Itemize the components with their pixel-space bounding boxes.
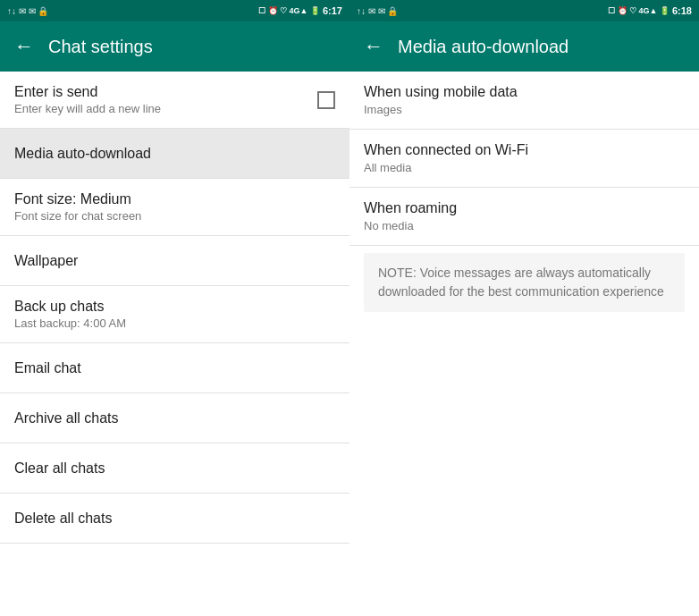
- note-text: NOTE: Voice messages are always automati…: [378, 264, 670, 301]
- left-status-icons: ↑↓ ✉ ✉ 🔒: [7, 6, 48, 16]
- mobile-data-subtitle: Images: [364, 103, 685, 116]
- right-signal-icon: ☐ ⏰ ♡ 4G▲ 🔋: [608, 6, 670, 15]
- font-size-subtitle: Font size for chat screen: [14, 209, 141, 223]
- roaming-title: When roaming: [364, 200, 685, 216]
- clear-all-chats-item[interactable]: Clear all chats: [0, 443, 350, 494]
- left-signal-icon: ☐ ⏰ ♡ 4G▲ 🔋: [258, 6, 320, 15]
- archive-all-chats-title: Archive all chats: [14, 410, 119, 426]
- left-status-left-icons: ↑↓ ✉ ✉ 🔒: [7, 6, 48, 16]
- right-status-icons: ↑↓ ✉ ✉ 🔒: [357, 6, 398, 16]
- left-toolbar: ← Chat settings: [0, 21, 350, 72]
- email-chat-text: Email chat: [14, 360, 81, 376]
- left-back-button[interactable]: ←: [14, 35, 34, 58]
- wallpaper-title: Wallpaper: [14, 253, 78, 269]
- email-chat-title: Email chat: [14, 360, 81, 376]
- settings-list: Enter is send Enter key will add a new l…: [0, 72, 350, 616]
- wifi-subtitle: All media: [364, 161, 685, 174]
- font-size-item[interactable]: Font size: Medium Font size for chat scr…: [0, 179, 350, 236]
- wifi-item[interactable]: When connected on Wi-Fi All media: [350, 130, 699, 188]
- media-auto-download-panel: ↑↓ ✉ ✉ 🔒 ☐ ⏰ ♡ 4G▲ 🔋 6:18 ← Media auto-d…: [350, 0, 699, 616]
- wallpaper-text: Wallpaper: [14, 253, 78, 269]
- left-status-bar: ↑↓ ✉ ✉ 🔒 ☐ ⏰ ♡ 4G▲ 🔋 6:17: [0, 0, 350, 21]
- clear-all-chats-text: Clear all chats: [14, 460, 105, 477]
- left-status-right: ☐ ⏰ ♡ 4G▲ 🔋 6:17: [258, 5, 342, 16]
- note-box: NOTE: Voice messages are always automati…: [364, 253, 685, 312]
- right-status-bar: ↑↓ ✉ ✉ 🔒 ☐ ⏰ ♡ 4G▲ 🔋 6:18: [350, 0, 699, 21]
- roaming-subtitle: No media: [364, 219, 685, 232]
- backup-chats-subtitle: Last backup: 4:00 AM: [14, 316, 126, 330]
- delete-all-chats-item[interactable]: Delete all chats: [0, 494, 350, 544]
- mobile-data-item[interactable]: When using mobile data Images: [350, 72, 699, 130]
- media-auto-download-item[interactable]: Media auto-download: [0, 129, 350, 179]
- right-back-button[interactable]: ←: [364, 35, 383, 58]
- right-status-left-icons: ↑↓ ✉ ✉ 🔒: [357, 6, 398, 16]
- chat-settings-panel: ↑↓ ✉ ✉ 🔒 ☐ ⏰ ♡ 4G▲ 🔋 6:17 ← Chat setting…: [0, 0, 350, 616]
- right-toolbar: ← Media auto-download: [350, 21, 699, 72]
- delete-all-chats-text: Delete all chats: [14, 511, 112, 527]
- backup-chats-text: Back up chats Last backup: 4:00 AM: [14, 299, 126, 330]
- delete-all-chats-title: Delete all chats: [14, 511, 112, 527]
- enter-send-item[interactable]: Enter is send Enter key will add a new l…: [0, 72, 350, 129]
- font-size-text: Font size: Medium Font size for chat scr…: [14, 191, 141, 223]
- enter-send-title: Enter is send: [14, 84, 161, 100]
- enter-send-subtitle: Enter key will add a new line: [14, 102, 161, 115]
- left-time: 6:17: [323, 5, 342, 16]
- right-toolbar-title: Media auto-download: [398, 37, 568, 57]
- right-time: 6:18: [672, 5, 692, 16]
- media-auto-download-text: Media auto-download: [14, 146, 151, 162]
- email-chat-item[interactable]: Email chat: [0, 343, 350, 393]
- archive-all-chats-item[interactable]: Archive all chats: [0, 393, 350, 443]
- media-auto-download-title: Media auto-download: [14, 146, 151, 162]
- archive-all-chats-text: Archive all chats: [14, 410, 119, 426]
- backup-chats-title: Back up chats: [14, 299, 126, 315]
- wifi-title: When connected on Wi-Fi: [364, 142, 685, 158]
- wallpaper-item[interactable]: Wallpaper: [0, 236, 350, 286]
- clear-all-chats-title: Clear all chats: [14, 460, 105, 477]
- font-size-title: Font size: Medium: [14, 191, 141, 207]
- enter-send-checkbox[interactable]: [317, 91, 335, 109]
- mobile-data-title: When using mobile data: [364, 84, 685, 100]
- left-toolbar-title: Chat settings: [48, 37, 153, 57]
- backup-chats-item[interactable]: Back up chats Last backup: 4:00 AM: [0, 286, 350, 343]
- enter-send-text: Enter is send Enter key will add a new l…: [14, 84, 161, 115]
- media-options-list: When using mobile data Images When conne…: [350, 72, 699, 616]
- right-status-right: ☐ ⏰ ♡ 4G▲ 🔋 6:18: [608, 5, 692, 16]
- roaming-item[interactable]: When roaming No media: [350, 188, 699, 246]
